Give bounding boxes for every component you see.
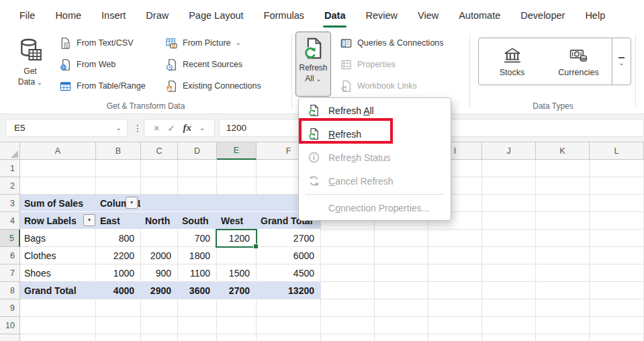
cell-B6[interactable]: 2200 [96, 247, 141, 264]
row-header-6[interactable]: 6 [0, 247, 20, 264]
row-header-1[interactable]: 1 [0, 160, 20, 177]
cell-B5[interactable]: 800 [96, 230, 141, 247]
tab-automate[interactable]: Automate [449, 0, 510, 30]
cell-J8[interactable] [482, 282, 536, 299]
cell-L4[interactable] [590, 212, 644, 230]
cell-D2[interactable] [178, 177, 217, 195]
cell-K7[interactable] [536, 264, 590, 282]
cell-F11[interactable] [257, 334, 321, 341]
cell-H8[interactable] [375, 282, 428, 299]
cell-L1[interactable] [590, 160, 644, 177]
tab-help[interactable]: Help [575, 0, 615, 30]
cell-J3[interactable] [482, 195, 536, 212]
cell-L9[interactable] [590, 299, 644, 317]
cell-C2[interactable] [141, 177, 178, 195]
row-header-4[interactable]: 4 [0, 212, 20, 230]
cell-H7[interactable] [375, 264, 428, 282]
cell-G6[interactable] [321, 247, 375, 264]
cell-C11[interactable] [141, 334, 178, 341]
cell-L6[interactable] [590, 247, 644, 264]
row-header-8[interactable]: 8 [0, 282, 20, 299]
cell-J2[interactable] [482, 177, 536, 195]
cell-D4[interactable]: South [178, 212, 217, 230]
cell-A9[interactable] [20, 299, 96, 317]
cell-F9[interactable] [257, 299, 321, 317]
cell-K8[interactable] [536, 282, 590, 299]
tab-insert[interactable]: Insert [91, 0, 136, 30]
column-header-C[interactable]: C [141, 142, 178, 160]
cell-C7[interactable]: 900 [141, 264, 178, 282]
cell-A7[interactable]: Shoes [20, 264, 96, 282]
cell-D9[interactable] [178, 299, 217, 317]
name-box[interactable]: E5 ⌄ [5, 119, 128, 137]
cell-A2[interactable] [20, 177, 96, 195]
cell-I6[interactable] [428, 247, 482, 264]
row-header-10[interactable]: 10 [0, 317, 20, 334]
cell-D8[interactable]: 3600 [178, 282, 217, 299]
cell-J4[interactable] [482, 212, 536, 230]
cell-J10[interactable] [482, 317, 536, 334]
cell-D3[interactable] [178, 195, 217, 212]
cell-J1[interactable] [482, 160, 536, 177]
menu-item-refresh-all[interactable]: Refresh All [299, 99, 451, 122]
cell-K11[interactable] [536, 334, 590, 341]
cell-F8[interactable]: 13200 [257, 282, 321, 299]
cell-C8[interactable]: 2900 [141, 282, 178, 299]
cell-H10[interactable] [375, 317, 428, 334]
recent-sources-button[interactable]: Recent Sources [163, 54, 264, 75]
cell-K2[interactable] [536, 177, 590, 195]
get-data-button[interactable]: Get Data ⌄ [7, 33, 54, 100]
cell-C9[interactable] [141, 299, 178, 317]
cell-B9[interactable] [96, 299, 141, 317]
cell-F7[interactable]: 4500 [257, 264, 321, 282]
row-header-7[interactable]: 7 [0, 264, 20, 282]
row-header-2[interactable]: 2 [0, 177, 20, 195]
tab-data[interactable]: Data [314, 0, 355, 30]
cell-A3[interactable]: Sum of Sales [20, 195, 96, 212]
column-header-L[interactable]: L [590, 142, 644, 160]
cell-E2[interactable] [217, 177, 257, 195]
cell-L11[interactable] [590, 334, 644, 341]
column-header-K[interactable]: K [536, 142, 590, 160]
cell-A8[interactable]: Grand Total [20, 282, 96, 299]
data-types-gallery-more-button[interactable]: ⌄ [612, 38, 631, 85]
cell-E1[interactable] [217, 160, 257, 177]
cell-F5[interactable]: 2700 [257, 230, 321, 247]
from-table-range-button[interactable]: From Table/Range [56, 75, 148, 97]
cell-A11[interactable] [20, 334, 96, 341]
cell-C10[interactable] [141, 317, 178, 334]
cancel-entry-icon[interactable]: × [154, 122, 160, 134]
row-header-9[interactable]: 9 [0, 299, 20, 317]
cell-H5[interactable] [375, 230, 428, 247]
refresh-all-button[interactable]: Refresh All ⌄ [295, 32, 331, 97]
cell-L5[interactable] [590, 230, 644, 247]
cell-D7[interactable]: 1100 [178, 264, 217, 282]
cell-J11[interactable] [482, 334, 536, 341]
column-header-B[interactable]: B [96, 142, 141, 160]
cell-I8[interactable] [428, 282, 482, 299]
cell-B8[interactable]: 4000 [96, 282, 141, 299]
cell-A1[interactable] [20, 160, 96, 177]
cell-E4[interactable]: West [217, 212, 257, 230]
cell-I11[interactable] [428, 334, 482, 341]
from-picture-button[interactable]: From Picture ⌄ [163, 32, 264, 54]
cell-G10[interactable] [321, 317, 375, 334]
cell-J9[interactable] [482, 299, 536, 317]
cell-D5[interactable]: 700 [178, 230, 217, 247]
cell-B10[interactable] [96, 317, 141, 334]
cell-E10[interactable] [217, 317, 257, 334]
cell-L7[interactable] [590, 264, 644, 282]
cell-E9[interactable] [217, 299, 257, 317]
cell-E5[interactable]: 1200 [217, 230, 257, 247]
cell-L2[interactable] [590, 177, 644, 195]
enter-entry-icon[interactable]: ✓ [167, 123, 175, 134]
cell-E8[interactable]: 2700 [217, 282, 257, 299]
cell-D6[interactable]: 1800 [178, 247, 217, 264]
cell-A5[interactable]: Bags [20, 230, 96, 247]
tab-file[interactable]: File [9, 0, 45, 30]
queries-connections-button[interactable]: Queries & Connections [337, 32, 447, 54]
cell-D1[interactable] [178, 160, 217, 177]
cell-K10[interactable] [536, 317, 590, 334]
currencies-button[interactable]: Currencies [545, 38, 612, 85]
tab-home[interactable]: Home [45, 0, 91, 30]
